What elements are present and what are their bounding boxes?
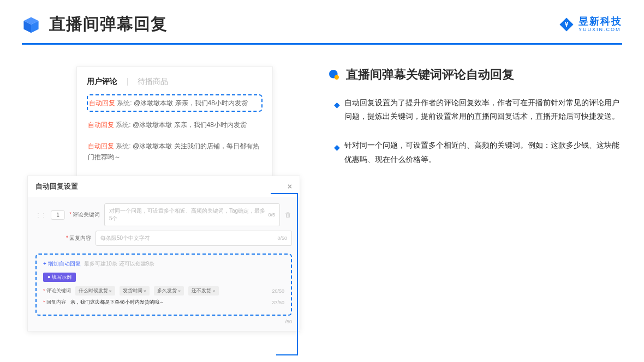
comment-text: @冰墩墩本墩 亲亲，我们48小时内发货 — [133, 121, 247, 129]
content-label: *回复内容 — [66, 234, 91, 242]
tag-pill[interactable]: 什么时候发货× — [75, 286, 115, 295]
title-group: 直播间弹幕回复 — [22, 13, 168, 35]
keyword-label: *评论关键词 — [69, 211, 100, 219]
comment-row: 自动回复 系统: @冰墩墩本墩 亲亲，我们48小时内发货 — [87, 117, 263, 132]
settings-card: 自动回复设置 × ⋮⋮ 1 *评论关键词 对同一个问题，可设置多个相近、高频的关… — [27, 176, 300, 331]
settings-title: 自动回复设置 — [35, 182, 78, 191]
example-keyword-row: *评论关键词 什么时候发货× 发货时间× 多久发货× 还不发货× 20/50 — [43, 286, 284, 295]
delete-icon[interactable]: 🗑 — [284, 211, 292, 219]
bullet-item: ◆ 自动回复设置为了提升作者的评论回复效率，作者可在开播前针对常见的评论用户问题… — [334, 96, 622, 123]
header: 直播间弹幕回复 ¥ 昱新科技 YUUXIN.COM — [22, 13, 622, 35]
example-badge: ● 填写示例 — [43, 273, 76, 282]
index-number: 1 — [51, 210, 65, 220]
tag-pill[interactable]: 还不发货× — [188, 286, 218, 295]
cube-icon — [22, 15, 40, 34]
left-column: 用户评论 待播商品 自动回复 系统: @冰墩墩本墩 亲亲，我们48小时内发货 自… — [22, 67, 306, 182]
example-content-value: 亲，我们这边都是下单48小时内发货的哦～ — [70, 299, 164, 306]
diamond-icon: ◆ — [334, 98, 340, 123]
tag-count: 20/50 — [272, 288, 284, 294]
brand-url: YUUXIN.COM — [579, 27, 622, 32]
drag-icon[interactable]: ⋮⋮ — [35, 212, 46, 218]
system-label: 系统: — [116, 142, 130, 150]
svg-point-6 — [335, 75, 339, 80]
comment-row-highlight: 自动回复 系统: @冰墩墩本墩 亲亲，我们48小时内发货 — [87, 94, 263, 112]
brand-icon: ¥ — [559, 17, 574, 32]
comments-card: 用户评论 待播商品 自动回复 系统: @冰墩墩本墩 亲亲，我们48小时内发货 自… — [76, 67, 273, 181]
page: 直播间弹幕回复 ¥ 昱新科技 YUUXIN.COM 用户评论 待播商品 — [0, 0, 644, 362]
bullet-list: ◆ 自动回复设置为了提升作者的评论回复效率，作者可在开播前针对常见的评论用户问题… — [327, 96, 622, 166]
auto-reply-tag: 自动回复 — [88, 121, 114, 129]
close-icon[interactable]: × — [288, 182, 292, 191]
section-title: 直播间弹幕关键词评论自动回复 — [346, 67, 514, 83]
keyword-input[interactable]: 对同一个问题，可设置多个相近、高频的关键词，Tag确定，最多5个 0/5 — [104, 203, 280, 226]
brand-logo: ¥ 昱新科技 YUUXIN.COM — [559, 16, 622, 32]
comment-text: @冰墩墩本墩 亲亲，我们48小时内发货 — [134, 99, 248, 107]
example-content-row: *回复内容 亲，我们这边都是下单48小时内发货的哦～ 37/50 — [43, 299, 284, 306]
system-label: 系统: — [117, 99, 132, 107]
chat-bubble-icon — [327, 68, 341, 81]
content: 用户评论 待播商品 自动回复 系统: @冰墩墩本墩 亲亲，我们48小时内发货 自… — [22, 67, 622, 182]
system-label: 系统: — [116, 121, 130, 129]
header-divider — [22, 43, 622, 45]
page-title: 直播间弹幕回复 — [49, 13, 168, 35]
tabs: 用户评论 待播商品 — [87, 77, 263, 87]
brand-name: 昱新科技 — [579, 16, 622, 26]
tag-pill[interactable]: 发货时间× — [120, 286, 150, 295]
connector-line — [297, 193, 298, 354]
diamond-icon: ◆ — [334, 141, 340, 166]
settings-title-bar: 自动回复设置 × — [28, 176, 300, 197]
svg-text:¥: ¥ — [564, 21, 568, 28]
tab-products[interactable]: 待播商品 — [138, 77, 168, 87]
auto-reply-tag: 自动回复 — [89, 99, 115, 107]
right-column: 直播间弹幕关键词评论自动回复 ◆ 自动回复设置为了提升作者的评论回复效率，作者可… — [306, 67, 622, 182]
tag-pill[interactable]: 多久发货× — [154, 286, 184, 295]
comment-row: 自动回复 系统: @冰墩墩本墩 关注我们的店铺，每日都有热门推荐哟～ — [87, 138, 263, 165]
footer-count: /50 — [35, 319, 292, 324]
example-area: + 增加自动回复 最多可建10条 还可以创建9条 ● 填写示例 *评论关键词 什… — [35, 254, 292, 316]
connector-line — [276, 354, 298, 355]
auto-reply-tag: 自动回复 — [88, 142, 114, 150]
settings-body: ⋮⋮ 1 *评论关键词 对同一个问题，可设置多个相近、高频的关键词，Tag确定，… — [28, 197, 300, 331]
comment-text: @冰墩墩本墩 关注我们的店铺，每日都有热门推荐哟～ — [88, 142, 259, 161]
bullet-item: ◆ 针对同一个问题，可设置多个相近的、高频的关键词。例如：这款多少钱、这块能优惠… — [334, 138, 622, 166]
section-head: 直播间弹幕关键词评论自动回复 — [327, 67, 622, 83]
connector-line — [271, 193, 297, 194]
add-auto-reply[interactable]: + 增加自动回复 最多可建10条 还可以创建9条 — [43, 260, 284, 268]
example-content-count: 37/50 — [272, 300, 284, 305]
content-row: *回复内容 每条限50个中文字符 0/50 — [66, 231, 292, 246]
tab-separator — [127, 78, 128, 86]
content-input[interactable]: 每条限50个中文字符 0/50 — [96, 231, 292, 246]
keyword-row: ⋮⋮ 1 *评论关键词 对同一个问题，可设置多个相近、高频的关键词，Tag确定，… — [35, 203, 292, 226]
tab-user-comments[interactable]: 用户评论 — [87, 77, 117, 87]
